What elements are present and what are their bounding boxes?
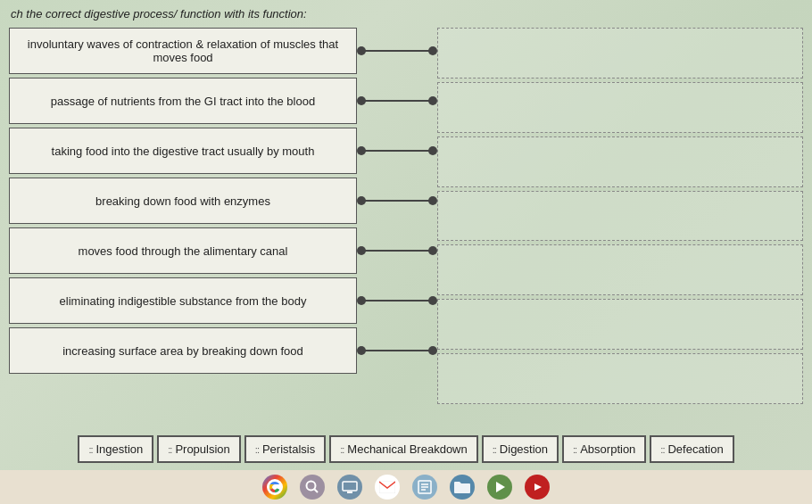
definition-2[interactable]: passage of nutrients from the GI tract i… (9, 78, 357, 124)
answer-box-5[interactable] (437, 244, 803, 295)
drag-dots-5: :: (493, 444, 496, 455)
svg-point-2 (307, 482, 316, 491)
drag-label-absorption: Absorption (580, 442, 635, 456)
svg-rect-6 (379, 481, 395, 493)
drag-dots-4: :: (340, 444, 344, 455)
connector-6 (357, 277, 437, 324)
definitions-column: involuntary waves of contraction & relax… (9, 28, 357, 404)
drag-label-ingestion: Ingestion (96, 442, 144, 456)
answer-box-2[interactable] (437, 82, 803, 133)
files-taskbar-icon[interactable] (412, 475, 437, 500)
drag-label-digestion: Digestion (500, 442, 548, 456)
connector-line-5 (361, 250, 433, 252)
page-title: ch the correct digestive process/ functi… (0, 0, 812, 24)
drag-dots-6: :: (573, 444, 576, 455)
answer-box-1[interactable] (437, 28, 803, 78)
drag-item-absorption[interactable]: :: Absorption (562, 435, 646, 463)
drag-item-peristalsis[interactable]: :: Peristalsis (244, 435, 326, 463)
youtube-taskbar-icon[interactable] (525, 475, 550, 500)
svg-point-1 (273, 485, 278, 490)
drag-item-ingestion[interactable]: :: Ingestion (78, 435, 153, 463)
drag-dots-7: :: (660, 444, 664, 455)
drag-label-propulsion: Propulsion (175, 442, 229, 456)
connector-line-7 (361, 350, 433, 351)
connector-2 (357, 78, 437, 124)
screen-taskbar-icon[interactable] (337, 475, 362, 500)
definition-1[interactable]: involuntary waves of contraction & relax… (9, 28, 357, 74)
drag-label-defecation: Defecation (667, 442, 723, 456)
connector-3 (357, 128, 437, 174)
connectors-column (357, 28, 437, 404)
drag-items-bar: :: Ingestion :: Propulsion :: Peristalsi… (0, 430, 812, 468)
taskbar (0, 470, 812, 504)
connector-line-1 (361, 50, 433, 52)
connector-4 (357, 178, 437, 224)
chrome-icon[interactable] (262, 475, 287, 500)
svg-rect-5 (347, 492, 352, 493)
svg-line-3 (315, 490, 319, 493)
drag-dots-2: :: (168, 444, 171, 455)
connector-line-2 (361, 100, 433, 102)
drag-item-defecation[interactable]: :: Defecation (650, 435, 733, 463)
definition-6[interactable]: eliminating indigestible substance from … (9, 277, 357, 324)
drag-item-digestion[interactable]: :: Digestion (482, 435, 559, 463)
svg-marker-11 (496, 482, 505, 492)
answer-box-3[interactable] (437, 136, 803, 187)
definition-5[interactable]: moves food through the alimentary canal (9, 227, 357, 274)
answer-box-6[interactable] (437, 299, 803, 350)
definition-4[interactable]: breaking down food with enzymes (9, 178, 357, 224)
definition-7[interactable]: increasing surface area by breaking down… (9, 327, 357, 374)
answer-box-7[interactable] (437, 353, 803, 404)
matching-area: involuntary waves of contraction & relax… (0, 24, 812, 408)
connector-5 (357, 227, 437, 274)
answers-column (437, 28, 803, 404)
connector-line-3 (361, 150, 433, 152)
folder-taskbar-icon[interactable] (450, 475, 475, 500)
connector-line-4 (361, 200, 433, 202)
answer-box-4[interactable] (437, 191, 803, 242)
play-taskbar-icon[interactable] (487, 475, 512, 500)
connector-7 (357, 327, 437, 374)
drag-label-peristalsis: Peristalsis (262, 442, 315, 456)
definition-3[interactable]: taking food into the digestive tract usu… (9, 128, 357, 174)
connector-line-6 (361, 300, 433, 302)
drag-dots-1: :: (88, 444, 92, 455)
drag-item-propulsion[interactable]: :: Propulsion (157, 435, 241, 463)
drag-label-mechanical-breakdown: Mechanical Breakdown (347, 442, 467, 456)
svg-rect-4 (343, 482, 357, 491)
drag-item-mechanical-breakdown[interactable]: :: Mechanical Breakdown (329, 435, 478, 463)
drag-dots-3: :: (255, 444, 259, 455)
search-taskbar-icon[interactable] (300, 475, 325, 500)
connector-1 (357, 28, 437, 74)
gmail-taskbar-icon[interactable] (375, 475, 400, 500)
